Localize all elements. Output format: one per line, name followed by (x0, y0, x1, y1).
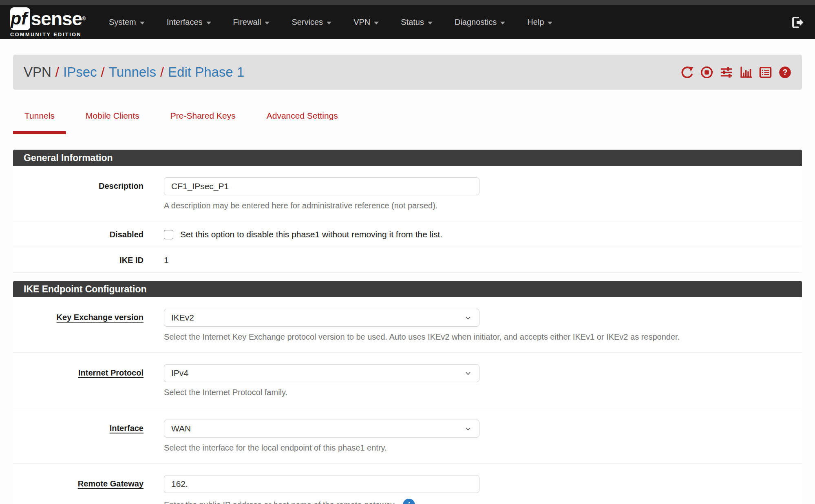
description-help: A description may be entered here for ad… (164, 201, 802, 210)
general-information-panel: General Information Description A descri… (13, 150, 802, 273)
interface-label: Interface (13, 420, 144, 453)
tab-bar: Tunnels Mobile Clients Pre-Shared Keys A… (13, 111, 815, 134)
key-exchange-label: Key Exchange version (13, 309, 144, 342)
breadcrumb-link-edit-phase-1[interactable]: Edit Phase 1 (168, 64, 244, 80)
key-exchange-value: IKEv2 (171, 313, 194, 323)
chevron-down-icon (428, 22, 433, 24)
logo-subtitle: COMMUNITY EDITION (10, 32, 86, 38)
general-information-header: General Information (13, 150, 802, 166)
description-row: Description A description may be entered… (13, 166, 802, 221)
refresh-icon[interactable] (681, 66, 694, 79)
key-exchange-help: Select the Internet Key Exchange protoco… (164, 332, 802, 342)
tab-mobile-clients[interactable]: Mobile Clients (74, 111, 151, 134)
list-icon[interactable] (759, 66, 772, 79)
remote-gateway-input[interactable] (164, 475, 479, 493)
nav-menu: System Interfaces Firewall Services VPN … (98, 18, 563, 27)
disabled-checkbox[interactable] (164, 230, 173, 239)
chevron-down-icon (464, 424, 472, 433)
internet-protocol-label: Internet Protocol (13, 364, 144, 397)
chevron-down-icon (500, 22, 505, 24)
chevron-down-icon (327, 22, 331, 24)
chevron-down-icon (464, 369, 472, 377)
pfsense-logo[interactable]: pfsense® COMMUNITY EDITION (10, 7, 86, 38)
nav-item-diagnostics[interactable]: Diagnostics (444, 18, 516, 27)
chevron-down-icon (548, 22, 552, 24)
chevron-down-icon (374, 22, 379, 24)
remote-gateway-row: Remote Gateway Enter the public IP addre… (13, 464, 802, 504)
ike-id-row: IKE ID 1 (13, 247, 802, 273)
interface-select[interactable]: WAN (164, 420, 479, 438)
remote-gateway-help: Enter the public IP address or host name… (164, 499, 802, 504)
description-input[interactable] (164, 177, 479, 195)
interface-help: Select the interface for the local endpo… (164, 443, 802, 453)
interface-row: Interface WAN Select the interface for t… (13, 408, 802, 464)
description-label: Description (13, 177, 144, 210)
tab-advanced-settings[interactable]: Advanced Settings (255, 111, 349, 134)
nav-item-status[interactable]: Status (390, 18, 444, 27)
svg-text:?: ? (782, 68, 787, 77)
chevron-down-icon (140, 22, 145, 24)
breadcrumb-link-ipsec[interactable]: IPsec (63, 64, 97, 80)
chevron-down-icon (265, 22, 269, 24)
breadcrumb: VPN/IPsec/Tunnels/Edit Phase 1 (24, 64, 244, 80)
ike-id-label: IKE ID (13, 256, 144, 265)
disabled-label: Disabled (13, 230, 144, 239)
tab-pre-shared-keys[interactable]: Pre-Shared Keys (159, 111, 247, 134)
internet-protocol-row: Internet Protocol IPv4 Select the Intern… (13, 353, 802, 408)
sliders-icon[interactable] (720, 66, 733, 79)
help-icon[interactable]: ? (779, 66, 791, 79)
tab-tunnels[interactable]: Tunnels (13, 111, 66, 134)
nav-item-help[interactable]: Help (516, 18, 563, 27)
chevron-down-icon (206, 22, 211, 24)
top-strip (0, 0, 815, 5)
interface-value: WAN (171, 424, 191, 433)
disabled-checkbox-label: Set this option to disable this phase1 w… (180, 230, 442, 239)
breadcrumb-bar: VPN/IPsec/Tunnels/Edit Phase 1 (13, 55, 802, 90)
logo-sense-text: sense (31, 8, 82, 30)
registered-mark: ® (82, 16, 86, 22)
bar-chart-icon[interactable] (740, 66, 752, 79)
nav-item-firewall[interactable]: Firewall (222, 18, 281, 27)
sign-out-icon[interactable] (791, 15, 804, 29)
main-navbar: pfsense® COMMUNITY EDITION System Interf… (0, 5, 815, 39)
remote-gateway-label: Remote Gateway (13, 475, 144, 504)
internet-protocol-select[interactable]: IPv4 (164, 364, 479, 382)
info-icon[interactable]: i (403, 499, 415, 504)
nav-item-interfaces[interactable]: Interfaces (156, 18, 222, 27)
nav-item-vpn[interactable]: VPN (342, 18, 390, 27)
pf-logo-box: pf (10, 7, 30, 30)
chevron-down-icon (464, 314, 472, 322)
stop-icon[interactable] (700, 66, 713, 79)
internet-protocol-value: IPv4 (171, 368, 188, 378)
breadcrumb-link-tunnels[interactable]: Tunnels (109, 64, 156, 80)
ike-endpoint-header: IKE Endpoint Configuration (13, 281, 802, 297)
ike-id-value: 1 (164, 255, 802, 265)
disabled-row: Disabled Set this option to disable this… (13, 221, 802, 247)
nav-item-system[interactable]: System (98, 18, 156, 27)
page-action-icons: ? (681, 66, 791, 79)
key-exchange-row: Key Exchange version IKEv2 Select the In… (13, 297, 802, 353)
breadcrumb-root: VPN (24, 64, 51, 80)
ike-endpoint-panel: IKE Endpoint Configuration Key Exchange … (13, 281, 802, 504)
key-exchange-select[interactable]: IKEv2 (164, 309, 479, 327)
nav-item-services[interactable]: Services (281, 18, 342, 27)
internet-protocol-help: Select the Internet Protocol family. (164, 388, 802, 397)
